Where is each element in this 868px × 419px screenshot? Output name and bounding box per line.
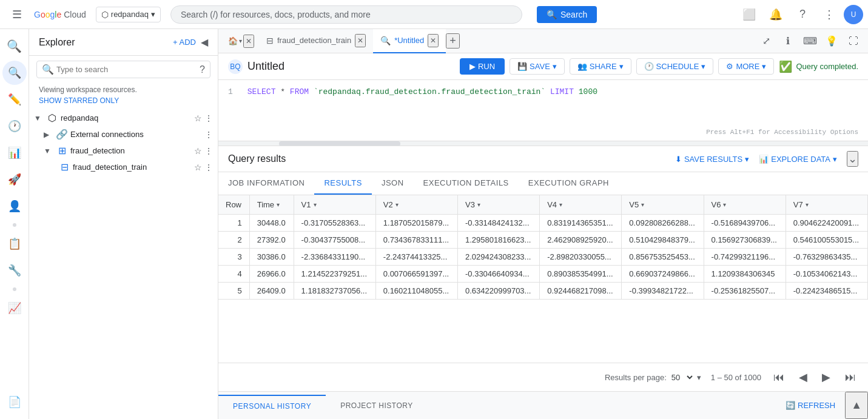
cell-v7: -0.76329863435... <box>786 249 867 266</box>
docs-icon-button[interactable]: 📄 <box>2 390 27 414</box>
sort-icon[interactable]: ▾ <box>641 201 644 208</box>
sort-icon[interactable]: ▾ <box>723 201 726 208</box>
untitled-tab-close-button[interactable]: ✕ <box>428 34 439 47</box>
hamburger-menu[interactable]: ☰ <box>5 2 29 27</box>
add-button[interactable]: + ADD <box>173 38 196 47</box>
more-options-button[interactable]: ⋮ <box>817 2 841 27</box>
user-avatar[interactable]: U <box>844 5 863 24</box>
col-header-v6[interactable]: V6 ▾ <box>704 195 786 215</box>
save-button[interactable]: 💾 SAVE ▾ <box>510 58 565 75</box>
cell-v1: 1.181832737056... <box>294 283 375 300</box>
sort-icon[interactable]: ▾ <box>806 201 809 208</box>
keyboard-icon-button[interactable]: ⌨ <box>800 32 819 51</box>
bigquery-icon-button[interactable]: 🔍 <box>2 34 27 58</box>
prev-page-button[interactable]: ◀ <box>796 368 810 386</box>
next-page-button[interactable]: ▶ <box>819 368 833 386</box>
tree-item-table[interactable]: ⊟ fraud_detection_train ☆ ⋮ <box>29 159 218 175</box>
fraud-detection-tab[interactable]: ⊟ fraud_detection_train ✕ <box>259 29 373 53</box>
sort-icon[interactable]: ▾ <box>477 201 480 208</box>
run-button[interactable]: ▶ RUN <box>460 58 505 75</box>
cell-v3: 0.634220999703... <box>457 283 539 300</box>
home-tab[interactable]: 🏠 ▾ ✕ <box>223 35 259 48</box>
chevron-down-icon: ▼ <box>34 114 44 122</box>
query-title: Untitled <box>247 60 455 73</box>
fullscreen-icon-button[interactable]: ⤢ <box>756 32 776 51</box>
users-icon-button[interactable]: 👤 <box>2 194 27 218</box>
add-tab-button[interactable]: + <box>446 33 460 49</box>
untitled-tab[interactable]: 🔍 *Untitled ✕ <box>373 29 446 53</box>
refresh-button[interactable]: 🔄 REFRESH <box>776 395 845 416</box>
compose-icon-button[interactable]: ✏️ <box>2 87 27 112</box>
project-history-tab[interactable]: PROJECT HISTORY <box>326 395 428 416</box>
sort-icon[interactable]: ▾ <box>277 201 280 208</box>
sort-icon[interactable]: ▾ <box>395 201 399 208</box>
results-actions: ⬇ SAVE RESULTS ▾ 📊 EXPLORE DATA ▾ ⌄ <box>675 151 858 167</box>
tools-icon-button[interactable]: 🔧 <box>2 258 27 283</box>
tab-job-information[interactable]: JOB INFORMATION <box>218 172 314 195</box>
col-header-v2[interactable]: V2 ▾ <box>375 195 457 215</box>
cell-v4: -2.89820330055... <box>540 249 622 266</box>
code-editor[interactable]: 1 SELECT * FROM `redpandaq.fraud_detecti… <box>218 80 868 141</box>
more-icon[interactable]: ⋮ <box>204 146 213 156</box>
horizontal-scrollbar[interactable] <box>218 141 868 146</box>
fraud-tab-close-button[interactable]: ✕ <box>355 34 366 47</box>
sort-icon[interactable]: ▾ <box>314 201 317 208</box>
per-page-select[interactable]: 50 100 500 <box>669 372 695 383</box>
more-icon[interactable]: ⋮ <box>204 163 213 172</box>
star-icon[interactable]: ☆ <box>194 113 202 123</box>
explorer-search-input[interactable] <box>56 65 200 74</box>
help-icon-button[interactable]: ? <box>790 2 815 27</box>
share-button[interactable]: 👥 SHARE ▾ <box>570 58 631 75</box>
col-header-v1[interactable]: V1 ▾ <box>294 195 375 215</box>
star-icon[interactable]: ☆ <box>194 146 202 156</box>
collapse-panel-button[interactable]: ◀ <box>201 36 208 48</box>
list-icon-button[interactable]: 📋 <box>2 232 27 256</box>
lightbulb-icon-button[interactable]: 💡 <box>822 32 841 51</box>
nav-icons: ⬜ 🔔 ? ⋮ U <box>737 2 863 27</box>
home-close-button[interactable]: ✕ <box>243 35 254 48</box>
schedule-button[interactable]: 🕐 SCHEDULE ▾ <box>636 58 714 75</box>
tree-item-external-connections[interactable]: ▶ 🔗 External connections ⋮ <box>29 126 218 142</box>
tree-item-dataset[interactable]: ▼ ⊞ fraud_detection ☆ ⋮ <box>29 142 218 159</box>
explore-icon: 📊 <box>759 155 769 164</box>
more-icon[interactable]: ⋮ <box>204 130 213 139</box>
col-header-time[interactable]: Time ▾ <box>249 195 294 215</box>
expand-icon-button[interactable]: ⛶ <box>844 32 863 51</box>
page-range: 1 – 50 of 1000 <box>711 373 761 382</box>
tab-json[interactable]: JSON <box>372 172 414 195</box>
star-icon[interactable]: ☆ <box>194 163 202 172</box>
first-page-button[interactable]: ⏮ <box>771 369 787 386</box>
workflows-icon-button[interactable]: 🚀 <box>2 167 27 192</box>
col-header-v4[interactable]: V4 ▾ <box>540 195 622 215</box>
main-layout: 🔍 🔍 ✏️ 🕐 📊 🚀 👤 📋 🔧 📈 📄 Explorer + ADD ◀ … <box>0 29 868 419</box>
notifications-icon-button[interactable]: 🔔 <box>764 2 788 27</box>
info-icon-button[interactable]: ℹ <box>778 32 798 51</box>
collapse-results-button[interactable]: ⌄ <box>847 151 858 167</box>
tree-item-project[interactable]: ▼ ⬡ redpandaq ☆ ⋮ <box>29 110 218 126</box>
search-icon-button[interactable]: 🔍 <box>2 61 27 85</box>
tab-execution-graph[interactable]: EXECUTION GRAPH <box>519 172 619 195</box>
personal-history-tab[interactable]: PERSONAL HISTORY <box>218 395 326 417</box>
help-icon[interactable]: ? <box>200 64 205 75</box>
show-starred-link[interactable]: SHOW STARRED ONLY <box>29 96 218 110</box>
col-header-v5[interactable]: V5 ▾ <box>622 195 704 215</box>
tab-execution-details[interactable]: EXECUTION DETAILS <box>414 172 519 195</box>
last-page-button[interactable]: ⏭ <box>843 369 858 386</box>
save-results-button[interactable]: ⬇ SAVE RESULTS ▾ <box>675 155 749 164</box>
more-icon[interactable]: ⋮ <box>204 113 213 123</box>
more-button[interactable]: ⚙ MORE ▾ <box>718 58 774 75</box>
explore-data-button[interactable]: 📊 EXPLORE DATA ▾ <box>759 155 837 164</box>
data-table-container[interactable]: Row Time ▾ V1 ▾ V2 ▾ V3 ▾ <box>218 195 868 363</box>
col-header-v7[interactable]: V7 ▾ <box>786 195 867 215</box>
analytics-icon-button[interactable]: 📊 <box>2 141 27 165</box>
tab-results[interactable]: RESULTS <box>314 172 372 195</box>
history-icon-button[interactable]: 🕐 <box>2 114 27 138</box>
global-search-bar[interactable]: Search (/) for resources, docs, products… <box>170 5 522 24</box>
col-header-v3[interactable]: V3 ▾ <box>457 195 539 215</box>
chart-icon-button[interactable]: 📈 <box>2 296 27 320</box>
sort-icon[interactable]: ▾ <box>559 201 562 208</box>
collapse-history-button[interactable]: ▲ <box>845 392 868 419</box>
project-selector[interactable]: ⬡ redpandaq ▾ <box>96 7 161 22</box>
terminal-icon-button[interactable]: ⬜ <box>737 2 761 27</box>
search-button[interactable]: 🔍 Search <box>537 6 597 23</box>
